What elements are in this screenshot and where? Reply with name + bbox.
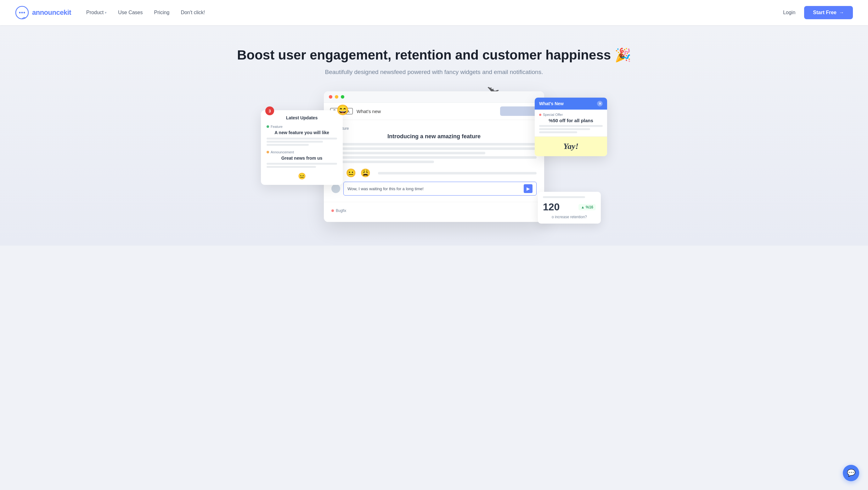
post-reactions: 😄 😐 😩 — [332, 168, 536, 178]
comment-text: Wow, I was waiting for this for a long t… — [347, 186, 424, 191]
browser-dot-yellow — [335, 95, 338, 98]
sidebar-card: 3 😄 Latest Updates Feature A new feature… — [261, 110, 343, 184]
chat-icon: 💬 — [847, 469, 856, 477]
login-link[interactable]: Login — [783, 10, 795, 16]
nav-use-cases[interactable]: Use Cases — [118, 10, 143, 16]
tag-dot-icon — [267, 125, 269, 128]
browser-mockup: Great Co. What's new Feature Introducing… — [324, 91, 544, 222]
tag-dot-icon — [267, 151, 269, 153]
post-2-tag: Bugfix — [332, 208, 536, 213]
sidebar-post-2: Announcement Great news from us — [267, 150, 337, 168]
start-free-button[interactable]: Start Free → — [804, 6, 853, 19]
browser-whats-new: What's new — [356, 109, 381, 114]
popup-header: What's New ✕ — [535, 97, 607, 110]
popup-offer-item: Special Offer %50 off for all plans — [535, 110, 607, 137]
nav-product[interactable]: Product ▾ — [86, 10, 107, 16]
popup-lines — [539, 125, 603, 133]
logo-icon — [15, 6, 29, 20]
offer-dot-icon — [539, 114, 541, 116]
send-button[interactable]: ▶ — [524, 184, 532, 193]
popup-offer-label: Special Offer — [539, 113, 603, 117]
product-chevron-icon: ▾ — [105, 11, 107, 15]
popup-offer-title: %50 off for all plans — [539, 118, 603, 123]
post-1-title: Introducing a new amazing feature — [332, 133, 536, 140]
hero-subtitle: Beautifully designed newsfeed powered wi… — [6, 69, 862, 76]
browser-bar — [324, 91, 544, 103]
logo[interactable]: announcekit — [15, 6, 71, 20]
post-1-tag: Feature — [332, 126, 536, 131]
reaction-neutral[interactable]: 😐 — [346, 168, 356, 178]
stats-card: 120 ▲ %16 o increase retention? — [538, 192, 601, 224]
browser-topbar: Great Co. What's new — [324, 103, 544, 120]
popup-close-button[interactable]: ✕ — [597, 101, 603, 107]
sidebar-emoji: 😐 — [267, 172, 337, 180]
sidebar-title: Latest Updates — [267, 115, 337, 120]
browser-dot-green — [341, 95, 344, 98]
yay-text: Yay! — [539, 142, 603, 151]
notification-badge: 3 — [265, 107, 274, 115]
sidebar-post-1-title: A new feature you will like — [267, 130, 337, 136]
sidebar-post-1: Feature A new feature you will like — [267, 125, 337, 145]
sidebar-post-2-lines — [267, 163, 337, 168]
svg-point-1 — [19, 12, 21, 13]
mockup-area: ✈ 3 😄 Latest Updates Feature A new featu… — [261, 91, 607, 236]
sidebar-post-1-lines — [267, 138, 337, 146]
nav-dont-click[interactable]: Don't click! — [181, 10, 205, 16]
tag-dot-red-icon — [332, 209, 334, 212]
browser-cta-button[interactable] — [500, 107, 538, 116]
popup-header-label: What's New — [539, 101, 564, 106]
hero-section: Boost user engagement, retention and cus… — [0, 25, 868, 246]
stats-top-line — [543, 196, 585, 198]
browser-content: Great Co. What's new Feature Introducing… — [324, 103, 544, 222]
commenter-avatar — [332, 184, 340, 193]
nav-pricing[interactable]: Pricing — [154, 10, 169, 16]
whats-new-popup: What's New ✕ Special Offer %50 off for a… — [535, 97, 607, 156]
arrow-icon: → — [839, 10, 844, 16]
sidebar-post-2-tag: Announcement — [267, 150, 337, 154]
sidebar-post-2-title: Great news from us — [267, 155, 337, 161]
sidebar-post-1-tag: Feature — [267, 125, 337, 128]
stats-number: 120 — [543, 201, 560, 213]
chat-widget-button[interactable]: 💬 — [843, 465, 859, 481]
post-comment-row: Wow, I was waiting for this for a long t… — [332, 182, 536, 196]
stats-question: o increase retention? — [543, 215, 596, 219]
browser-post-2: Bugfix — [324, 202, 544, 222]
stats-row: 120 ▲ %16 — [543, 201, 596, 213]
post-1-lines — [332, 143, 536, 163]
nav-right: Login Start Free → — [783, 6, 853, 19]
navbar: announcekit Product ▾ Use Cases Pricing … — [0, 0, 868, 25]
popup-yay-section: Yay! — [535, 137, 607, 156]
comment-input[interactable]: Wow, I was waiting for this for a long t… — [343, 182, 536, 196]
browser-dot-red — [329, 95, 332, 98]
logo-text: announcekit — [32, 8, 71, 17]
svg-point-2 — [22, 12, 23, 13]
emoji-float: 😄 — [336, 104, 349, 116]
svg-point-3 — [24, 12, 25, 13]
nav-links: Product ▾ Use Cases Pricing Don't click! — [86, 10, 783, 16]
browser-post-1: Feature Introducing a new amazing featur… — [324, 120, 544, 202]
reaction-sad[interactable]: 😩 — [360, 168, 370, 178]
stats-badge: ▲ %16 — [579, 204, 596, 210]
hero-title: Boost user engagement, retention and cus… — [6, 47, 862, 63]
